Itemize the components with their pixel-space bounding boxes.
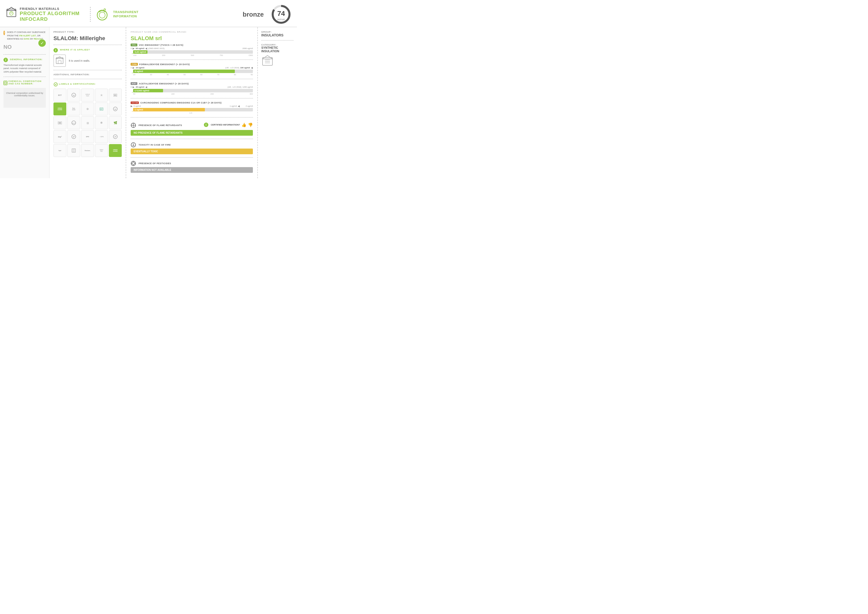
tier-label: bronze bbox=[243, 11, 264, 18]
svg-text:M: M bbox=[73, 94, 75, 96]
no-value: NO bbox=[3, 44, 12, 50]
svg-text:M: M bbox=[115, 108, 116, 110]
alert-section: ! DOES IT CONTAIN ANY SUBSTANCE FROM THE… bbox=[3, 31, 46, 51]
voc-title: VOC EMISSIONS? (TVOCs > 28 days) bbox=[139, 44, 183, 46]
c1a-scale: 1 ug/m3 bbox=[133, 108, 253, 111]
cert-bb: BB bbox=[53, 117, 66, 129]
flame-result-bar: NO PRESENCE OF FLAME RETARDANTS bbox=[131, 130, 253, 136]
form-scale: 9 ug/m3 bbox=[133, 70, 253, 73]
cert-check2 bbox=[67, 130, 80, 143]
middle-column: PRODUCT TYPE: SLALOM: Millerighe i WHERE… bbox=[50, 27, 126, 178]
product-name: SLALOM: Millerighe bbox=[53, 35, 122, 42]
additional-label: ADDITIONAL INFORMATION: bbox=[53, 73, 122, 76]
score-number: 74 bbox=[277, 10, 285, 17]
svg-rect-15 bbox=[58, 61, 61, 64]
product-name-label: PRODUCT NAME AND COMMERCIAL BRAND: bbox=[131, 31, 253, 33]
chemical-section: CHEMICAL COMPOSITION AND CAS NUMBER: Che… bbox=[3, 80, 46, 108]
right-column: PRODUCT NAME AND COMMERCIAL BRAND: SLALO… bbox=[126, 27, 257, 178]
c1a-title: CARCINOGENIC COMPOUNDS EMISSIONS C1A or … bbox=[140, 101, 222, 104]
where-applied-icon: i bbox=[53, 48, 58, 53]
c1a-ref2: 1 ug/m3 bbox=[229, 105, 237, 107]
product-type-label: PRODUCT TYPE: bbox=[53, 31, 122, 33]
voc-value: 0,22 ug/m3 bbox=[135, 51, 146, 53]
c1a-ref-line: ▶ 0 ug/m3 1 ug/m3 ◀ 2 ug/m3 bbox=[131, 105, 253, 107]
svg-rect-25 bbox=[72, 149, 76, 152]
cert-check3 bbox=[109, 130, 122, 143]
c1a-value: 1 ug/m3 bbox=[135, 109, 143, 111]
acet-ref1: 20 ug/m3 bbox=[136, 86, 144, 88]
cert-greenguard: GREENGUARD bbox=[53, 103, 66, 115]
certified-info-icon: i bbox=[204, 123, 208, 127]
thumb-up-icon: 👍 bbox=[242, 123, 246, 127]
logo-line1: FRIENDLY MATERIALS bbox=[20, 7, 85, 11]
form-ref-arrow2: ◀ bbox=[251, 66, 253, 69]
divider-voc bbox=[131, 59, 253, 60]
flame-icon bbox=[131, 123, 136, 128]
form-block: FORM FORMALDEHYDE EMISSIONS? (> 28 days)… bbox=[131, 63, 253, 76]
voc-ref-line: 0 ▶ 60 ug/m3 ◀ (OMS-WHO 2015) 2000 ug/m3 bbox=[131, 47, 253, 50]
score-block: 74 96/FMP bbox=[271, 5, 291, 24]
group-value: INSULATORS bbox=[261, 33, 293, 37]
voc-scale: 0,22 ug/m3 bbox=[133, 50, 253, 54]
left-column: ! DOES IT CONTAIN ANY SUBSTANCE FROM THE… bbox=[0, 27, 50, 178]
cert-oeko: OEKOTEX bbox=[95, 144, 108, 157]
category-label: CATEGORY: bbox=[261, 44, 293, 46]
svg-point-33 bbox=[132, 162, 135, 165]
toxicity-icon bbox=[131, 142, 136, 148]
form-ref-arrow: ▶ bbox=[133, 66, 135, 69]
toxicity-result-bar: EVENTUALLY TOXIC bbox=[131, 149, 253, 154]
wall-icon bbox=[53, 54, 66, 67]
flame-section: PRESENCE OF FLAME RETARDANTS bbox=[131, 123, 204, 128]
pesticides-result-bar: INFORMATION NOT AVAILABLE bbox=[131, 167, 253, 173]
cert-icon bbox=[53, 82, 58, 87]
divider-flame bbox=[131, 138, 253, 139]
toxicity-section: TOXICITY IN CASE OF FIRE bbox=[131, 142, 253, 148]
divider-c1a bbox=[131, 117, 253, 118]
where-applied-section: It is used in walls. bbox=[53, 54, 122, 67]
divider-4 bbox=[53, 70, 122, 70]
voc-ref1: 60 ug/m3 bbox=[136, 47, 144, 50]
svg-point-31 bbox=[131, 143, 136, 147]
svg-text:GUT: GUT bbox=[72, 123, 76, 124]
info-icon: i bbox=[3, 58, 8, 62]
cert-m2: M bbox=[109, 103, 122, 115]
cert-epd2: →EPD bbox=[95, 130, 108, 143]
ti-text: TRANSPARENTINFORMATION bbox=[113, 10, 139, 19]
cert-label: LABELS & CERTIFICATIONS: bbox=[59, 83, 96, 85]
acet-value: ≤ 0,043 ug/m3 bbox=[135, 89, 149, 92]
form-ref-line: 0 ▶ 10 ug/m3 (UE - LCI 2016) 100 ug/m3 ◀ bbox=[131, 66, 253, 69]
cert-greenguard2: GREENGUARD bbox=[109, 144, 122, 157]
divider-toxicity bbox=[131, 157, 253, 158]
pesticides-section: PRESENCE OF PESTICIDES bbox=[131, 161, 253, 166]
voc-ref2-label: (OMS-WHO 2015) bbox=[148, 47, 164, 50]
voc-ref-arrow: ▶ bbox=[133, 47, 135, 50]
cert-hpd: hpd bbox=[53, 144, 66, 157]
check-icon: ✓ bbox=[38, 39, 46, 47]
alert-icon: ! bbox=[3, 31, 5, 35]
divider-3 bbox=[53, 45, 122, 45]
cert-leaf: 🌿 bbox=[109, 117, 122, 129]
cert-gut: GUT bbox=[67, 117, 80, 129]
logo-line2: PRODUCT ALGORITHM INFOCARD bbox=[20, 11, 85, 22]
c1a-bar bbox=[133, 108, 205, 111]
right-sidebar: GROUP: INSULATORS CATEGORY: SYNTHETICINS… bbox=[257, 27, 297, 178]
where-applied-label: WHERE IT IS APPLIED? bbox=[60, 48, 90, 51]
c1a-ref1: 0 ug/m3 bbox=[133, 105, 141, 107]
cert-declare: Declare. bbox=[81, 144, 94, 157]
chem-text: Chemical composition undisclosed by conf… bbox=[5, 92, 44, 97]
header-center: TRANSPARENTINFORMATION bronze bbox=[96, 8, 264, 21]
cert-stripes: ▧ bbox=[81, 117, 94, 129]
divider-acet bbox=[131, 98, 253, 98]
cert-grid: ECT M GOLDCom ★ M1 GREENGUARD floorscore… bbox=[53, 89, 122, 157]
cert-circle-plus: ⊕ bbox=[81, 103, 94, 115]
svg-point-2 bbox=[10, 12, 13, 16]
cert-m1b: M1 bbox=[109, 89, 122, 101]
chem-label: CHEMICAL COMPOSITION AND CAS NUMBER: bbox=[8, 80, 46, 85]
voc-scale-wrapper: ← 0,22 ug/m3 1002005007501500 bbox=[133, 50, 253, 56]
chem-icon bbox=[3, 81, 8, 85]
form-ref1: 10 ug/m3 bbox=[136, 67, 144, 69]
cert-m1: M bbox=[67, 89, 80, 101]
logo-block: FRIENDLY MATERIALS PRODUCT ALGORITHM INF… bbox=[6, 7, 85, 22]
category-icon bbox=[261, 55, 293, 68]
cert-flower: ❋ bbox=[95, 117, 108, 129]
